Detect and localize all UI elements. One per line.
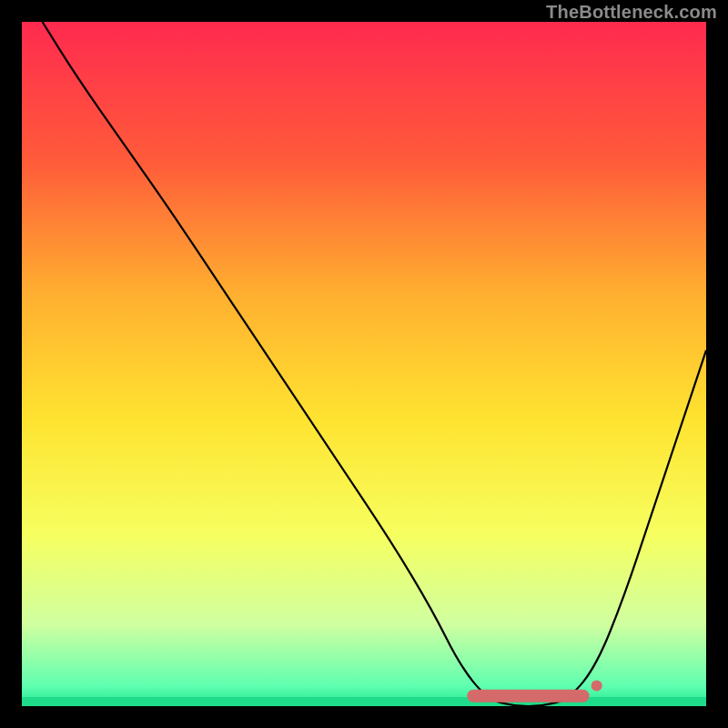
baseline-band — [22, 697, 706, 706]
gradient-background — [22, 22, 706, 706]
optimal-region-endpoint — [592, 680, 602, 691]
watermark-text: TheBottleneck.com — [546, 2, 717, 23]
plot-area — [22, 22, 706, 706]
chart-svg — [22, 22, 706, 706]
chart-frame: TheBottleneck.com — [0, 0, 728, 728]
